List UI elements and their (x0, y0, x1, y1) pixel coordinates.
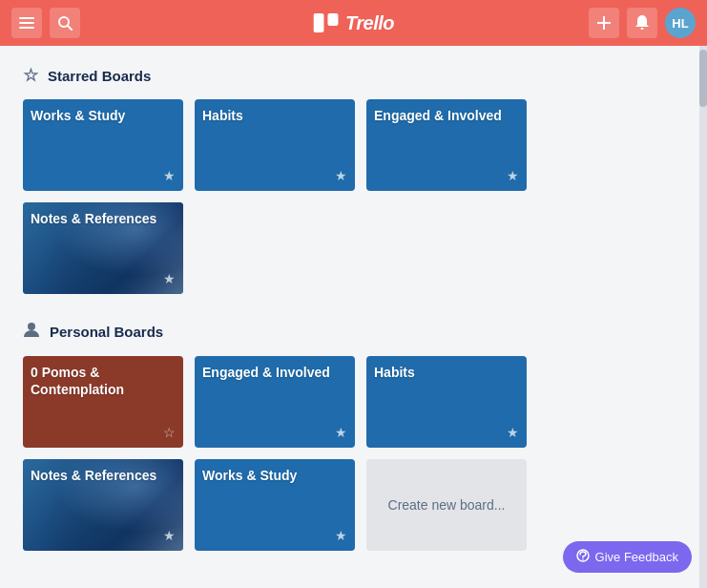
board-title: Notes & References (31, 210, 176, 227)
board-title: Habits (202, 107, 347, 124)
logo-icon (313, 13, 340, 32)
svg-rect-9 (641, 28, 644, 30)
svg-rect-0 (19, 17, 34, 19)
add-button[interactable] (589, 8, 619, 38)
board-title: Engaged & Involved (202, 364, 347, 381)
star-section-icon: ☆ (23, 65, 38, 86)
starred-boards-grid: Works & Study ★ Habits ★ Engaged & Invol… (23, 99, 684, 294)
board-pomos[interactable]: 0 Pomos & Contemplation ☆ (23, 356, 183, 448)
board-title: Habits (374, 364, 519, 381)
board-engaged-personal[interactable]: Engaged & Involved ★ (195, 356, 355, 448)
board-title: Engaged & Involved (374, 107, 519, 124)
scrollbar-thumb[interactable] (699, 50, 707, 107)
main-content: ☆ Starred Boards Works & Study ★ Habits … (0, 46, 707, 588)
avatar[interactable]: HL (665, 8, 696, 38)
give-feedback-button[interactable]: Give Feedback (563, 541, 692, 573)
header-center: Trello (313, 12, 394, 34)
person-section-icon (23, 321, 40, 343)
board-title: Works & Study (202, 467, 347, 484)
board-title: 0 Pomos & Contemplation (31, 364, 176, 398)
svg-point-10 (28, 323, 35, 330)
personal-section-title: Personal Boards (50, 324, 163, 340)
svg-rect-5 (313, 13, 323, 32)
star-button[interactable]: ★ (335, 528, 347, 543)
menu-button[interactable] (11, 8, 42, 38)
star-button[interactable]: ★ (335, 168, 347, 183)
svg-line-4 (68, 26, 72, 30)
feedback-label: Give Feedback (595, 550, 678, 564)
star-button[interactable]: ★ (163, 168, 176, 183)
board-title: Notes & References (31, 467, 176, 484)
star-button[interactable]: ☆ (163, 425, 176, 440)
search-button[interactable] (50, 8, 80, 38)
board-notes-personal[interactable]: Notes & References ★ (23, 459, 183, 551)
svg-rect-2 (19, 27, 34, 29)
create-board-label: Create new board... (388, 497, 506, 513)
scrollbar[interactable] (699, 46, 707, 588)
board-notes-starred[interactable]: Notes & References ★ (23, 202, 183, 294)
notifications-button[interactable] (627, 8, 657, 38)
board-habits-starred[interactable]: Habits ★ (195, 99, 355, 191)
svg-rect-8 (597, 22, 611, 24)
create-board-card[interactable]: Create new board... (366, 459, 527, 551)
svg-point-12 (582, 558, 584, 560)
personal-boards-grid: 0 Pomos & Contemplation ☆ Engaged & Invo… (23, 356, 684, 551)
star-button[interactable]: ★ (507, 425, 519, 440)
starred-section-header: ☆ Starred Boards (23, 65, 684, 86)
board-engaged-starred[interactable]: Engaged & Involved ★ (366, 99, 527, 191)
trello-logo: Trello (313, 12, 394, 34)
star-button[interactable]: ★ (507, 168, 519, 183)
feedback-icon (576, 549, 590, 565)
header-right: HL (589, 8, 696, 38)
board-habits-personal[interactable]: Habits ★ (366, 356, 527, 448)
star-button[interactable]: ★ (335, 425, 347, 440)
header: Trello HL (0, 0, 707, 46)
star-button[interactable]: ★ (163, 271, 176, 286)
board-title: Works & Study (31, 107, 176, 124)
personal-section-header: Personal Boards (23, 321, 684, 343)
star-button[interactable]: ★ (163, 528, 176, 543)
logo-text: Trello (345, 12, 394, 34)
starred-section-title: Starred Boards (48, 68, 151, 84)
board-works-personal[interactable]: Works & Study ★ (195, 459, 355, 551)
header-left (11, 8, 80, 38)
svg-rect-1 (19, 22, 34, 24)
svg-rect-6 (327, 13, 338, 26)
board-works-study-starred[interactable]: Works & Study ★ (23, 99, 183, 191)
